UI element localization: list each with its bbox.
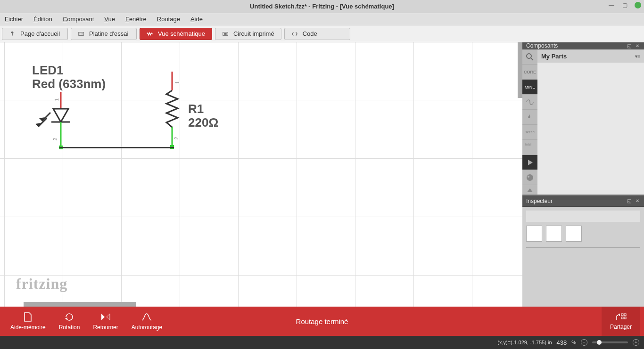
parts-menu-icon[interactable]: ▾≡ (635, 54, 640, 59)
parts-tab-play[interactable] (522, 155, 537, 170)
svg-line-19 (531, 58, 533, 60)
components-close-button[interactable]: ✕ (635, 43, 640, 49)
parts-tab-search[interactable] (522, 49, 537, 65)
inspector-divider (526, 247, 640, 248)
tab-breadboard[interactable]: Platine d'essai (71, 28, 137, 40)
parts-tab-intel[interactable]: intel (522, 140, 537, 155)
horizontal-scrollbar[interactable] (24, 302, 136, 307)
inspector-thumb-pcb[interactable] (566, 226, 582, 242)
tab-pcb-label: Circuit imprimé (233, 30, 274, 37)
parts-tab-core[interactable]: CORE (522, 65, 537, 80)
menu-component[interactable]: Composant (63, 16, 94, 23)
window-controls: — ▢ (608, 2, 641, 8)
menu-file[interactable]: Fichier (5, 16, 23, 23)
zoom-unit: % (571, 340, 576, 345)
inspector-name-field[interactable] (526, 211, 640, 222)
tab-code[interactable]: Code (284, 28, 350, 40)
zoom-value: 438 (557, 339, 567, 346)
resistor-ref: R1 (188, 102, 218, 116)
autoroute-button[interactable]: Autoroutage (125, 312, 169, 331)
svg-marker-27 (107, 314, 110, 320)
led-label[interactable]: LED1 Red (633nm) (32, 64, 106, 90)
svg-rect-30 (621, 317, 623, 319)
close-button[interactable] (635, 2, 641, 8)
svg-marker-7 (53, 109, 68, 122)
titlebar: Untitled Sketch.fzz* - Fritzing - [Vue s… (0, 0, 644, 13)
inspector-undock-button[interactable]: ◱ (626, 198, 632, 204)
menubar: Fichier Édition Composant Vue Fenêtre Ro… (0, 13, 644, 25)
parts-bin-tabs: CORE MINE seeed intel (522, 49, 537, 204)
wire[interactable] (59, 147, 174, 148)
led-component[interactable] (35, 92, 73, 153)
resistor-label[interactable]: R1 220Ω (188, 102, 218, 129)
home-icon (9, 31, 16, 37)
svg-line-9 (42, 113, 50, 121)
menu-routing[interactable]: Routage (157, 16, 180, 23)
fritzing-watermark: fritzing (16, 275, 67, 292)
svg-rect-31 (624, 317, 626, 319)
parts-tab-mine[interactable]: MINE (522, 80, 537, 95)
tab-schematic-label: Vue schématique (158, 30, 205, 37)
inspector-thumbnails (526, 226, 640, 242)
parts-tab-contrib[interactable] (522, 170, 537, 185)
svg-rect-29 (624, 314, 626, 316)
window-title: Untitled Sketch.fzz* - Fritzing - [Vue s… (250, 3, 394, 10)
led-ref: LED1 (32, 64, 106, 77)
inspector-body (522, 207, 644, 307)
parts-tab-seeed[interactable]: seeed (522, 125, 537, 140)
rotate-button[interactable]: Rotation (52, 312, 87, 331)
main-area: LED1 Red (633nm) 1 2 R1 220Ω (0, 42, 644, 307)
resistor-value: 220Ω (188, 116, 218, 130)
minimize-button[interactable]: — (608, 2, 615, 8)
maximize-button[interactable]: ▢ (621, 2, 628, 8)
zoom-in-button[interactable]: + (633, 339, 639, 346)
svg-point-22 (528, 176, 529, 178)
inspector-panel: Inspecteur ◱ ✕ (522, 195, 644, 307)
zoom-slider[interactable] (592, 341, 628, 343)
coordinates: (x,y)=(-1.029, -1.755) in (497, 340, 552, 345)
tab-schematic[interactable]: Vue schématique (140, 28, 212, 40)
zoom-out-button[interactable]: − (581, 339, 587, 346)
parts-tab-arduino[interactable] (522, 95, 537, 110)
components-panel: Composants ◱ ✕ CORE MINE seeed intel (522, 42, 644, 195)
components-header: Composants ◱ ✕ (522, 42, 644, 49)
menu-help[interactable]: Aide (190, 16, 203, 23)
right-panels: Composants ◱ ✕ CORE MINE seeed intel (522, 42, 644, 307)
vertical-scrollbar[interactable] (518, 42, 522, 98)
components-body: CORE MINE seeed intel My Parts ▾≡ (522, 49, 644, 204)
components-title: Composants (526, 42, 558, 49)
flip-button[interactable]: Retourner (86, 312, 124, 331)
statusbar: (x,y)=(-1.029, -1.755) in 438 % − + (0, 336, 644, 349)
parts-tab-up[interactable] (522, 185, 537, 195)
svg-marker-26 (101, 314, 105, 320)
zoom-slider-thumb[interactable] (597, 340, 602, 345)
svg-point-1 (80, 33, 81, 34)
parts-tab-sparkfun[interactable] (522, 110, 537, 125)
schematic-icon (147, 31, 153, 37)
tab-pcb[interactable]: Circuit imprimé (215, 28, 281, 40)
inspector-title: Inspecteur (526, 198, 553, 204)
menu-view[interactable]: Vue (104, 16, 115, 23)
svg-rect-28 (621, 314, 623, 316)
inspector-thumb-schematic[interactable] (546, 226, 562, 242)
inspector-close-button[interactable]: ✕ (635, 198, 640, 204)
menu-window[interactable]: Fenêtre (125, 16, 147, 23)
svg-marker-20 (528, 160, 533, 165)
tab-code-label: Code (303, 30, 317, 37)
share-button[interactable]: Partager (602, 307, 640, 336)
tab-home[interactable]: Page d'accueil (2, 28, 68, 40)
menu-edit[interactable]: Édition (33, 16, 52, 23)
memo-button[interactable]: Aide-mémoire (4, 312, 52, 331)
resistor-pin1: 1 (175, 81, 180, 84)
svg-point-18 (527, 54, 531, 58)
pcb-icon (222, 31, 229, 37)
svg-point-2 (81, 33, 82, 34)
schematic-canvas[interactable]: LED1 Red (633nm) 1 2 R1 220Ω (0, 42, 522, 307)
components-undock-button[interactable]: ◱ (626, 43, 632, 49)
led-pin1: 1 (54, 98, 59, 101)
code-icon (291, 31, 298, 37)
svg-point-21 (527, 174, 533, 181)
svg-point-3 (82, 33, 83, 34)
inspector-thumb-breadboard[interactable] (526, 226, 542, 242)
tab-home-label: Page d'accueil (20, 30, 60, 37)
